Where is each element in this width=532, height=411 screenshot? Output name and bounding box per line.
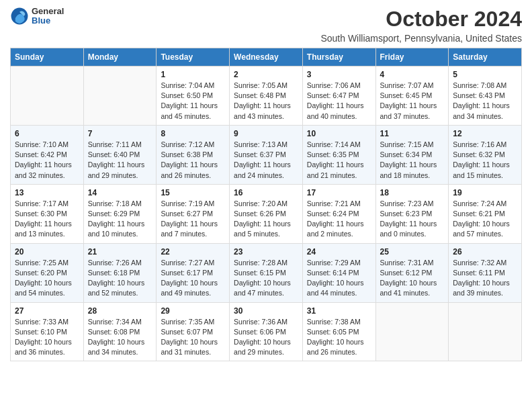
calendar-day-cell: 24Sunrise: 7:29 AM Sunset: 6:14 PM Dayli…	[302, 243, 375, 302]
day-info: Sunrise: 7:16 AM Sunset: 6:32 PM Dayligh…	[453, 140, 517, 181]
calendar-day-cell: 12Sunrise: 7:16 AM Sunset: 6:32 PM Dayli…	[449, 125, 522, 184]
day-info: Sunrise: 7:15 AM Sunset: 6:34 PM Dayligh…	[380, 140, 445, 181]
calendar-header-row: SundayMondayTuesdayWednesdayThursdayFrid…	[11, 48, 522, 66]
day-number: 5	[453, 70, 517, 79]
calendar-week-row: 20Sunrise: 7:25 AM Sunset: 6:20 PM Dayli…	[11, 243, 522, 302]
day-info: Sunrise: 7:28 AM Sunset: 6:15 PM Dayligh…	[234, 258, 298, 299]
day-of-week-header: Wednesday	[230, 48, 303, 66]
calendar-day-cell: 22Sunrise: 7:27 AM Sunset: 6:17 PM Dayli…	[157, 243, 230, 302]
calendar-day-cell: 4Sunrise: 7:07 AM Sunset: 6:45 PM Daylig…	[375, 66, 449, 126]
day-of-week-header: Sunday	[11, 48, 84, 66]
day-info: Sunrise: 7:12 AM Sunset: 6:38 PM Dayligh…	[161, 140, 225, 181]
calendar-day-cell: 28Sunrise: 7:34 AM Sunset: 6:08 PM Dayli…	[83, 302, 157, 361]
day-info: Sunrise: 7:19 AM Sunset: 6:27 PM Dayligh…	[161, 199, 225, 240]
day-of-week-header: Thursday	[302, 48, 375, 66]
calendar-day-cell: 30Sunrise: 7:36 AM Sunset: 6:06 PM Dayli…	[230, 302, 303, 361]
day-info: Sunrise: 7:26 AM Sunset: 6:18 PM Dayligh…	[88, 258, 152, 299]
day-info: Sunrise: 7:21 AM Sunset: 6:24 PM Dayligh…	[307, 199, 371, 240]
day-info: Sunrise: 7:04 AM Sunset: 6:50 PM Dayligh…	[161, 81, 225, 122]
calendar-week-row: 6Sunrise: 7:10 AM Sunset: 6:42 PM Daylig…	[11, 125, 522, 184]
calendar-table: SundayMondayTuesdayWednesdayThursdayFrid…	[10, 48, 522, 361]
day-info: Sunrise: 7:14 AM Sunset: 6:35 PM Dayligh…	[307, 140, 371, 181]
calendar-day-cell: 7Sunrise: 7:11 AM Sunset: 6:40 PM Daylig…	[83, 125, 157, 184]
day-number: 16	[234, 188, 298, 197]
day-of-week-header: Friday	[375, 48, 449, 66]
calendar-day-cell: 10Sunrise: 7:14 AM Sunset: 6:35 PM Dayli…	[302, 125, 375, 184]
day-info: Sunrise: 7:18 AM Sunset: 6:29 PM Dayligh…	[88, 199, 152, 240]
calendar-day-cell	[375, 302, 449, 361]
day-number: 18	[380, 188, 445, 197]
day-number: 8	[161, 129, 225, 138]
day-number: 15	[161, 188, 225, 197]
day-info: Sunrise: 7:06 AM Sunset: 6:47 PM Dayligh…	[307, 81, 371, 122]
calendar-day-cell: 23Sunrise: 7:28 AM Sunset: 6:15 PM Dayli…	[230, 243, 303, 302]
page-header: General Blue October 2024 South Williams…	[10, 7, 522, 44]
day-number: 14	[88, 188, 152, 197]
calendar-day-cell: 31Sunrise: 7:38 AM Sunset: 6:05 PM Dayli…	[302, 302, 375, 361]
day-number: 25	[380, 247, 445, 257]
calendar-day-cell: 2Sunrise: 7:05 AM Sunset: 6:48 PM Daylig…	[230, 66, 303, 126]
logo: General Blue	[10, 7, 64, 26]
day-number: 26	[453, 247, 517, 257]
day-info: Sunrise: 7:11 AM Sunset: 6:40 PM Dayligh…	[88, 140, 152, 181]
day-number: 10	[307, 129, 371, 138]
day-info: Sunrise: 7:32 AM Sunset: 6:11 PM Dayligh…	[453, 258, 517, 299]
calendar-day-cell: 3Sunrise: 7:06 AM Sunset: 6:47 PM Daylig…	[302, 66, 375, 126]
day-info: Sunrise: 7:20 AM Sunset: 6:26 PM Dayligh…	[234, 199, 298, 240]
day-info: Sunrise: 7:10 AM Sunset: 6:42 PM Dayligh…	[15, 140, 79, 181]
day-number: 24	[307, 247, 371, 257]
location: South Williamsport, Pennsylvania, United…	[320, 33, 522, 44]
day-number: 7	[88, 129, 152, 138]
day-info: Sunrise: 7:07 AM Sunset: 6:45 PM Dayligh…	[380, 81, 445, 122]
day-of-week-header: Saturday	[449, 48, 522, 66]
day-number: 28	[88, 306, 152, 316]
day-info: Sunrise: 7:24 AM Sunset: 6:21 PM Dayligh…	[453, 199, 517, 240]
day-number: 4	[380, 70, 445, 79]
calendar-day-cell: 29Sunrise: 7:35 AM Sunset: 6:07 PM Dayli…	[157, 302, 230, 361]
calendar-day-cell: 16Sunrise: 7:20 AM Sunset: 6:26 PM Dayli…	[230, 184, 303, 243]
calendar-day-cell: 20Sunrise: 7:25 AM Sunset: 6:20 PM Dayli…	[11, 243, 84, 302]
calendar-week-row: 1Sunrise: 7:04 AM Sunset: 6:50 PM Daylig…	[11, 66, 522, 126]
calendar-day-cell: 17Sunrise: 7:21 AM Sunset: 6:24 PM Dayli…	[302, 184, 375, 243]
calendar-day-cell: 1Sunrise: 7:04 AM Sunset: 6:50 PM Daylig…	[157, 66, 230, 126]
day-of-week-header: Monday	[83, 48, 157, 66]
calendar-day-cell: 18Sunrise: 7:23 AM Sunset: 6:23 PM Dayli…	[375, 184, 449, 243]
calendar-day-cell: 25Sunrise: 7:31 AM Sunset: 6:12 PM Dayli…	[375, 243, 449, 302]
calendar-week-row: 27Sunrise: 7:33 AM Sunset: 6:10 PM Dayli…	[11, 302, 522, 361]
logo-blue-text: Blue	[32, 16, 64, 26]
day-number: 13	[15, 188, 79, 197]
logo-icon	[10, 7, 29, 26]
day-info: Sunrise: 7:05 AM Sunset: 6:48 PM Dayligh…	[234, 81, 298, 122]
calendar-day-cell	[83, 66, 157, 126]
day-number: 6	[15, 129, 79, 138]
day-of-week-header: Tuesday	[157, 48, 230, 66]
calendar-day-cell: 15Sunrise: 7:19 AM Sunset: 6:27 PM Dayli…	[157, 184, 230, 243]
day-number: 29	[161, 306, 225, 316]
day-info: Sunrise: 7:31 AM Sunset: 6:12 PM Dayligh…	[380, 258, 445, 299]
logo-general-text: General	[32, 7, 64, 16]
day-info: Sunrise: 7:08 AM Sunset: 6:43 PM Dayligh…	[453, 81, 517, 122]
day-number: 1	[161, 70, 225, 79]
day-number: 12	[453, 129, 517, 138]
day-info: Sunrise: 7:13 AM Sunset: 6:37 PM Dayligh…	[234, 140, 298, 181]
calendar-day-cell: 6Sunrise: 7:10 AM Sunset: 6:42 PM Daylig…	[11, 125, 84, 184]
day-number: 27	[15, 306, 79, 316]
day-number: 19	[453, 188, 517, 197]
day-info: Sunrise: 7:17 AM Sunset: 6:30 PM Dayligh…	[15, 199, 79, 240]
day-info: Sunrise: 7:23 AM Sunset: 6:23 PM Dayligh…	[380, 199, 445, 240]
title-block: October 2024 South Williamsport, Pennsyl…	[320, 7, 522, 44]
day-info: Sunrise: 7:36 AM Sunset: 6:06 PM Dayligh…	[234, 317, 298, 358]
day-info: Sunrise: 7:38 AM Sunset: 6:05 PM Dayligh…	[307, 317, 371, 358]
day-number: 2	[234, 70, 298, 79]
day-number: 23	[234, 247, 298, 257]
calendar-day-cell: 13Sunrise: 7:17 AM Sunset: 6:30 PM Dayli…	[11, 184, 84, 243]
calendar-day-cell: 8Sunrise: 7:12 AM Sunset: 6:38 PM Daylig…	[157, 125, 230, 184]
day-info: Sunrise: 7:34 AM Sunset: 6:08 PM Dayligh…	[88, 317, 152, 358]
day-number: 3	[307, 70, 371, 79]
calendar-day-cell: 26Sunrise: 7:32 AM Sunset: 6:11 PM Dayli…	[449, 243, 522, 302]
calendar-day-cell	[449, 302, 522, 361]
month-title: October 2024	[320, 7, 522, 32]
calendar-day-cell: 21Sunrise: 7:26 AM Sunset: 6:18 PM Dayli…	[83, 243, 157, 302]
day-number: 21	[88, 247, 152, 257]
day-number: 22	[161, 247, 225, 257]
